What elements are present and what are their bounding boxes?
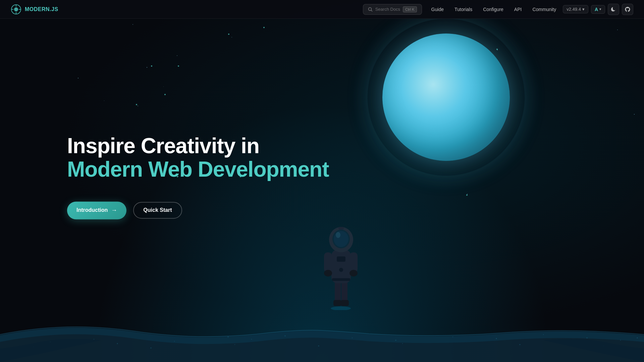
- svg-point-19: [402, 343, 403, 344]
- svg-point-33: [339, 268, 343, 272]
- svg-point-9: [452, 337, 453, 337]
- svg-point-4: [228, 337, 229, 338]
- svg-point-6: [285, 336, 286, 337]
- svg-point-2: [117, 343, 118, 344]
- svg-rect-25: [333, 300, 341, 306]
- svg-point-12: [587, 338, 588, 339]
- svg-point-11: [543, 334, 544, 335]
- hero-buttons: Introduction → Quick Start: [67, 201, 329, 219]
- hero-title-line2: Modern Web Development: [67, 158, 329, 181]
- svg-point-8: [395, 340, 396, 341]
- hero-title-line1: Inspire Creativity in: [67, 134, 329, 158]
- svg-point-13: [620, 340, 621, 341]
- version-badge[interactable]: v2.49.4 ▾: [563, 5, 588, 13]
- svg-point-30: [324, 270, 332, 277]
- svg-rect-23: [335, 280, 341, 303]
- svg-rect-32: [337, 256, 345, 262]
- search-box[interactable]: Search Docs Ctrl K: [363, 4, 422, 15]
- nav-link-api[interactable]: API: [510, 5, 526, 14]
- svg-point-20: [520, 344, 521, 345]
- svg-point-16: [151, 348, 152, 349]
- svg-rect-26: [341, 300, 349, 306]
- accent-dot: [263, 27, 265, 28]
- search-shortcut: Ctrl K: [403, 6, 417, 12]
- svg-line-44: [371, 10, 372, 11]
- svg-point-42: [14, 7, 18, 11]
- svg-point-31: [350, 270, 358, 277]
- svg-point-17: [234, 344, 235, 345]
- theme-toggle-button[interactable]: [608, 4, 619, 15]
- introduction-button[interactable]: Introduction →: [67, 201, 126, 219]
- moon-icon: [611, 7, 616, 12]
- svg-rect-28: [324, 252, 332, 273]
- logo-icon: [11, 4, 21, 15]
- svg-rect-39: [338, 227, 344, 230]
- svg-point-18: [318, 346, 319, 347]
- nav-link-community[interactable]: Community: [528, 5, 560, 14]
- hero-content: Inspire Creativity in Modern Web Develop…: [67, 134, 329, 219]
- search-icon: [368, 7, 373, 12]
- nav-right: Search Docs Ctrl K Guide Tutorials Confi…: [363, 4, 633, 15]
- svg-rect-40: [332, 278, 350, 281]
- svg-point-37: [334, 231, 348, 247]
- quick-start-label: Quick Start: [143, 207, 172, 214]
- navbar: MODERN.JS Search Docs Ctrl K Guide Tutor…: [0, 0, 644, 19]
- nav-left: MODERN.JS: [11, 4, 58, 15]
- github-icon: [625, 6, 631, 12]
- accent-dot: [136, 104, 137, 105]
- arrow-icon: →: [111, 207, 117, 214]
- svg-rect-24: [341, 280, 347, 303]
- svg-point-14: [637, 338, 638, 339]
- svg-point-38: [336, 232, 340, 238]
- language-selector[interactable]: A ▾: [591, 5, 605, 14]
- github-button[interactable]: [622, 4, 633, 15]
- svg-rect-29: [350, 252, 358, 273]
- quick-start-button[interactable]: Quick Start: [133, 202, 182, 219]
- accent-dot: [228, 34, 229, 35]
- accent-dot: [151, 65, 152, 67]
- svg-point-5: [251, 339, 252, 340]
- svg-point-43: [368, 7, 371, 10]
- accent-dot: [178, 65, 179, 67]
- logo-text: MODERN.JS: [25, 6, 58, 12]
- accent-dot: [164, 94, 166, 95]
- nav-link-guide[interactable]: Guide: [427, 5, 448, 14]
- svg-point-7: [352, 338, 353, 338]
- planet: [382, 34, 510, 161]
- nav-link-tutorials[interactable]: Tutorials: [450, 5, 476, 14]
- introduction-button-label: Introduction: [76, 207, 108, 214]
- search-placeholder: Search Docs: [375, 7, 400, 12]
- svg-point-10: [496, 338, 497, 339]
- svg-point-22: [331, 306, 351, 310]
- nav-link-configure[interactable]: Configure: [479, 5, 507, 14]
- svg-point-3: [174, 341, 175, 342]
- svg-point-1: [94, 339, 94, 340]
- accent-dot: [466, 194, 468, 196]
